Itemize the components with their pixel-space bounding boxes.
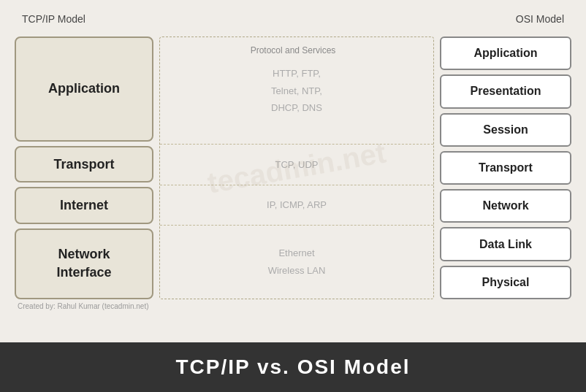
tcp-transport-box: Transport	[15, 146, 153, 183]
osi-application-box: Application	[440, 36, 571, 70]
proto-internet: IP, ICMP, ARP	[160, 185, 433, 226]
tcp-model-label: TCP/IP Model	[22, 13, 85, 25]
footer-title: TCP/IP vs. OSI Model	[175, 356, 410, 379]
osi-transport-box: Transport	[440, 151, 571, 185]
credit-text: Created by: Rahul Kumar (tecadmin.net)	[18, 302, 571, 310]
proto-app: HTTP, FTP, Telnet, NTP, DHCP, DNS	[160, 37, 433, 145]
osi-datalink-box: Data Link	[440, 227, 571, 261]
osi-model-label: OSI Model	[516, 13, 564, 25]
proto-transport: TCP, UDP	[160, 145, 433, 185]
osi-column: Application Presentation Session Transpo…	[440, 36, 571, 299]
bottom-bar: TCP/IP vs. OSI Model	[0, 342, 586, 392]
tcp-internet-box: Internet	[15, 187, 153, 224]
osi-network-box: Network	[440, 189, 571, 223]
diagram-area: TCP/IP Model OSI Model Protocol and Serv…	[0, 0, 586, 342]
header-row: TCP/IP Model OSI Model	[15, 13, 571, 25]
proto-netif: Ethernet Wireless LAN	[160, 226, 433, 299]
osi-presentation-box: Presentation	[440, 74, 571, 108]
content-grid: Application Transport Internet Network I…	[15, 36, 571, 299]
tcp-app-box: Application	[15, 36, 153, 142]
main-container: TCP/IP Model OSI Model Protocol and Serv…	[0, 0, 586, 392]
osi-physical-box: Physical	[440, 266, 571, 299]
tcp-column: Application Transport Internet Network I…	[15, 36, 153, 299]
tcp-netif-box: Network Interface	[15, 228, 153, 299]
protocol-column: HTTP, FTP, Telnet, NTP, DHCP, DNS TCP, U…	[159, 36, 434, 299]
osi-session-box: Session	[440, 113, 571, 147]
